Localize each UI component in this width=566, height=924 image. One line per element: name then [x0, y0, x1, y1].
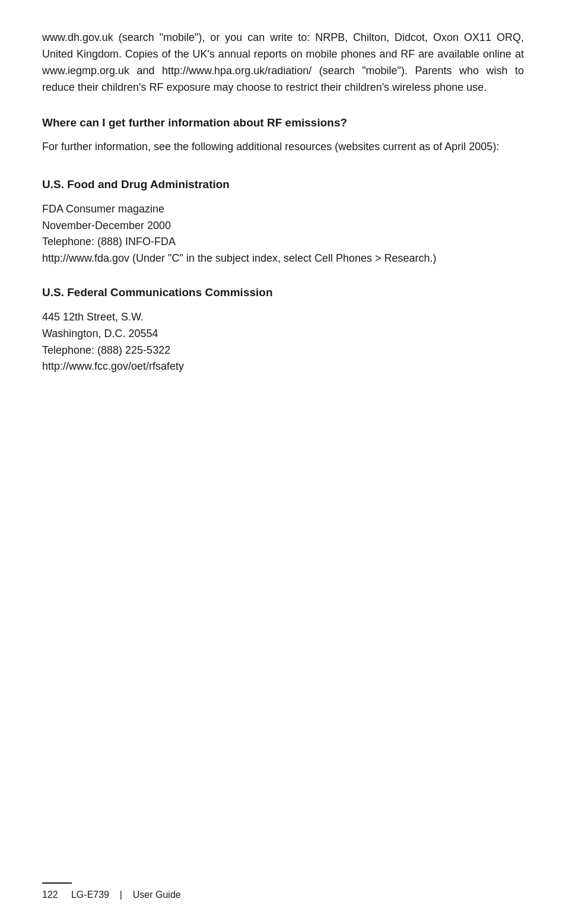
footer-divider [42, 882, 72, 884]
fda-line-4: http://www.fda.gov (Under "C" in the sub… [42, 250, 524, 267]
fcc-line-3: Telephone: (888) 225-5322 [42, 342, 524, 359]
page-footer: 122 LG-E739 | User Guide [0, 882, 566, 900]
footer-pipe [112, 890, 117, 900]
footer-spacer2 [125, 890, 130, 900]
footer-spacer [61, 890, 68, 900]
device-name: LG-E739 [71, 890, 109, 900]
intro-paragraph: www.dh.gov.uk (search "mobile"), or you … [42, 30, 524, 96]
fcc-line-4: http://www.fcc.gov/oet/rfsafety [42, 358, 524, 375]
rf-information-section: Where can I get further information abou… [42, 115, 524, 155]
fcc-lines: 445 12th Street, S.W. Washington, D.C. 2… [42, 309, 524, 376]
footer-separator: | [120, 890, 122, 900]
rf-information-heading: Where can I get further information abou… [42, 115, 524, 131]
fda-line-3: Telephone: (888) INFO-FDA [42, 234, 524, 250]
fcc-line-2: Washington, D.C. 20554 [42, 326, 524, 342]
fda-heading: U.S. Food and Drug Administration [42, 177, 524, 193]
fcc-line-1: 445 12th Street, S.W. [42, 309, 524, 326]
fda-line-1: FDA Consumer magazine [42, 201, 524, 218]
footer-guide: User Guide [133, 890, 181, 900]
page-number: 122 [42, 890, 58, 900]
rf-information-body: For further information, see the followi… [42, 139, 524, 155]
fcc-section: U.S. Federal Communications Commission 4… [42, 285, 524, 375]
fda-line-2: November-December 2000 [42, 218, 524, 234]
fcc-heading: U.S. Federal Communications Commission [42, 285, 524, 301]
fda-section: U.S. Food and Drug Administration FDA Co… [42, 177, 524, 267]
fda-lines: FDA Consumer magazine November-December … [42, 201, 524, 268]
footer-text: 122 LG-E739 | User Guide [42, 890, 524, 900]
page-container: www.dh.gov.uk (search "mobile"), or you … [0, 0, 566, 924]
